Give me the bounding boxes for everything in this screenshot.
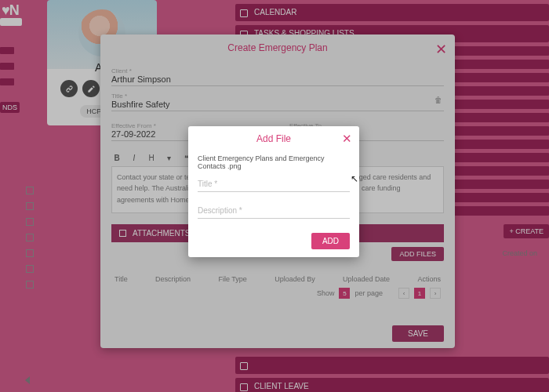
file-description-input[interactable] xyxy=(198,203,350,219)
dialog-title: Add File xyxy=(188,126,359,151)
close-icon[interactable]: ✕ xyxy=(342,132,352,146)
file-title-input[interactable] xyxy=(198,176,350,192)
filename-label: Client Emergency Plans and Emergency Con… xyxy=(198,154,350,170)
add-button[interactable]: ADD xyxy=(311,233,350,249)
add-file-dialog: Add File ✕ Client Emergency Plans and Em… xyxy=(188,126,359,257)
